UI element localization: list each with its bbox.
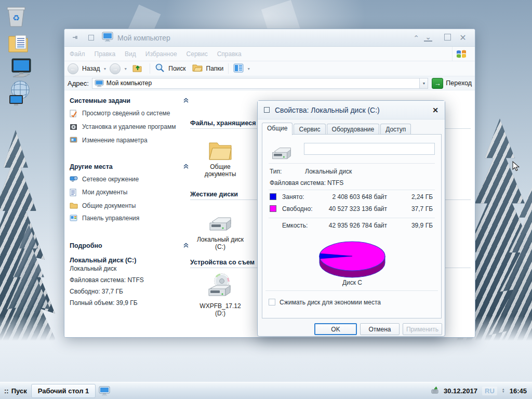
my-computer-icon[interactable] — [9, 57, 33, 81]
address-dropdown-button[interactable]: ▼ — [420, 78, 428, 89]
address-value: Мой компьютер — [107, 79, 152, 87]
volume-label-input[interactable] — [304, 143, 435, 155]
sidebar-item-network[interactable]: Сетевое окружение — [70, 176, 189, 185]
apply-button[interactable]: Применить — [403, 323, 442, 335]
recycle-bin-icon[interactable]: ♻ — [4, 4, 28, 28]
language-indicator[interactable]: RU — [482, 387, 497, 395]
free-bytes: 40 527 323 136 байт — [325, 205, 387, 212]
my-documents-icon[interactable] — [6, 31, 30, 55]
type-value: Локальный диск — [305, 168, 352, 175]
collapse-chevron-icon[interactable] — [183, 164, 189, 170]
system-info-icon — [70, 110, 78, 119]
pin-icon[interactable] — [68, 34, 83, 42]
forward-dropdown-icon[interactable]: ▼ — [124, 67, 127, 71]
close-button[interactable]: ✕ — [455, 33, 471, 43]
task-pane-sidebar: Системные задачи Просмотр сведений о сис… — [70, 97, 189, 321]
taskbar-date[interactable]: 30.12.2017 — [444, 387, 477, 395]
folders-label[interactable]: Папки — [206, 65, 224, 72]
svg-text:♻: ♻ — [12, 14, 20, 22]
back-button[interactable]: ← — [68, 63, 78, 74]
free-size: 37,7 ГБ — [398, 205, 433, 212]
used-size: 2,24 ГБ — [398, 193, 433, 201]
network-places-icon[interactable] — [7, 79, 31, 107]
sidebar-item-system-info[interactable]: Просмотр сведений о системе — [70, 110, 189, 119]
address-bar: Адрес: Мой компьютер ▼ → Переход — [64, 76, 475, 90]
menu-favorites[interactable]: Избранное — [145, 50, 177, 58]
collapse-chevron-icon[interactable] — [183, 98, 189, 104]
go-label[interactable]: Переход — [446, 79, 472, 87]
taskbar: :: Пуск Рабочий стол 1 30.12.2017 RU ▲ ▼… — [0, 382, 532, 399]
filesystem-label: Файловая система: — [270, 179, 326, 187]
start-grip-icon: :: — [4, 387, 9, 395]
hard-disk-icon — [195, 206, 245, 233]
cd-drive-icon — [195, 273, 245, 300]
compress-checkbox[interactable] — [269, 299, 275, 305]
folders-icon[interactable] — [192, 63, 203, 74]
tab-general[interactable]: Общие — [262, 123, 292, 135]
search-icon[interactable] — [155, 63, 165, 74]
disk-usage-pie-chart — [311, 231, 394, 278]
menu-edit[interactable]: Правка — [95, 50, 116, 58]
other-places-title: Другие места — [70, 163, 113, 170]
drive-c-item[interactable]: Локальный диск (C:) — [195, 206, 245, 251]
go-button[interactable]: → — [432, 78, 443, 89]
windows-logo-icon — [452, 47, 470, 61]
forward-button[interactable]: → — [110, 63, 121, 74]
up-button[interactable] — [132, 63, 143, 74]
window-titlebar[interactable]: Мой компьютер ⌃ ⌄ ✕ — [64, 29, 475, 47]
safely-remove-icon[interactable] — [430, 386, 439, 396]
address-input[interactable]: Мой компьютер — [92, 78, 420, 89]
network-icon — [70, 176, 78, 185]
pie-chart-label: Диск C — [311, 279, 394, 286]
taskbar-window-button[interactable] — [98, 384, 111, 398]
ok-button[interactable]: OK — [314, 323, 357, 335]
item-label: WXPFB_17.12 (D:) — [195, 302, 245, 317]
sidebar-item-shared-documents[interactable]: Общие документы — [70, 202, 189, 211]
compress-checkbox-label[interactable]: Сжимать диск для экономии места — [280, 299, 381, 306]
item-label: Общие документы — [195, 163, 245, 178]
views-dropdown-icon[interactable]: ▼ — [247, 67, 250, 71]
tray-spinner[interactable]: ▲ ▼ — [502, 388, 505, 393]
window-title: Мой компьютер — [117, 34, 170, 42]
document-icon — [70, 189, 78, 198]
sidebar-item-control-panel[interactable]: Панель управления — [70, 215, 189, 223]
back-label: Назад — [82, 65, 100, 72]
menu-file[interactable]: Файл — [70, 50, 85, 58]
menu-help[interactable]: Справка — [217, 50, 242, 58]
details-filesystem: Файловая система: NTFS — [70, 275, 189, 285]
tab-tools[interactable]: Сервис — [294, 124, 325, 135]
dialog-titlebar[interactable]: Свойства: Локальный диск (C:) ✕ — [258, 101, 445, 119]
menu-tools[interactable]: Сервис — [187, 50, 208, 58]
used-bytes: 2 408 603 648 байт — [325, 193, 387, 201]
back-dropdown-icon[interactable]: ▼ — [103, 67, 107, 71]
cancel-button[interactable]: Отмена — [360, 323, 400, 335]
dialog-tabs: Общие Сервис Оборудование Доступ — [262, 124, 411, 135]
desktop-1-button[interactable]: Рабочий стол 1 — [31, 384, 96, 398]
folder-icon — [70, 202, 78, 211]
menu-bar: Файл Правка Вид Избранное Сервис Справка — [64, 47, 475, 61]
add-remove-programs-icon — [70, 123, 78, 133]
minimize-button[interactable]: ⌄ — [424, 34, 432, 42]
views-button[interactable] — [233, 63, 244, 74]
drive-icon — [271, 146, 292, 162]
sidebar-item-add-remove-programs[interactable]: Установка и удаление программ — [70, 123, 189, 133]
tab-sharing[interactable]: Доступ — [380, 124, 411, 135]
used-label: Занято: — [282, 193, 304, 201]
sidebar-item-change-setting[interactable]: Изменение параметра — [70, 137, 189, 145]
taskbar-clock[interactable]: 16:45 — [510, 387, 527, 395]
restore-icon[interactable] — [83, 34, 99, 42]
start-button[interactable]: :: Пуск — [0, 382, 31, 399]
collapse-chevron-icon[interactable] — [183, 243, 189, 249]
maximize-button[interactable] — [440, 34, 455, 42]
shade-button[interactable]: ⌃ — [408, 34, 424, 42]
dialog-system-icon[interactable] — [264, 107, 270, 113]
menu-view[interactable]: Вид — [125, 50, 136, 58]
tab-hardware[interactable]: Оборудование — [327, 124, 380, 135]
dialog-close-button[interactable]: ✕ — [432, 106, 438, 114]
drive-d-item[interactable]: WXPFB_17.12 (D:) — [195, 273, 245, 317]
shared-documents-item[interactable]: Общие документы — [195, 134, 245, 178]
details-total: Полный объем: 39,9 ГБ — [70, 298, 189, 308]
display-settings-icon — [70, 137, 78, 145]
sidebar-item-my-documents[interactable]: Мои документы — [70, 189, 189, 198]
search-label[interactable]: Поиск — [168, 65, 185, 72]
